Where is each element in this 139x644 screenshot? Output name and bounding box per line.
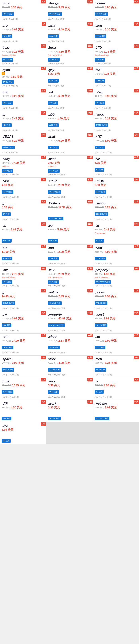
price-row: 7.50 美元1.49 美元 [48, 117, 91, 120]
register-button[interactable]: TV 注册 [94, 390, 104, 394]
domain-card: 53折.cyou新4.50 美元3.89 美元CYOU 注册2022 年 4 月… [0, 67, 46, 88]
price-row: 9.99 美元2.99 美元 [2, 228, 44, 232]
register-button[interactable]: COLLEGE 注册 [48, 216, 63, 220]
register-button[interactable]: PROPERTY 注册 [94, 280, 111, 284]
register-button[interactable]: WIKI 注册 [48, 146, 59, 149]
register-button[interactable]: DESIGN 注册 [48, 12, 62, 16]
domain-label: .eu [48, 224, 91, 228]
discount-badge: 20折 [41, 422, 46, 426]
price-new: 2.99 美元 [58, 184, 70, 187]
register-button[interactable]: PRESS 注册 [94, 301, 108, 305]
btn-row: JP 注册 [2, 439, 44, 443]
register-button[interactable]: QUEST 注册 [94, 324, 108, 327]
register-button[interactable]: ASIA 注册 [48, 34, 59, 38]
domain-grid: 69折.bond5.99 美元3.99 美元BOND 注册2022 年 4 月 … [0, 0, 139, 444]
domain-card: 20折.cloud17.99 美元2.99 美元CLOUD 注册2022 年 1… [46, 178, 92, 200]
register-button[interactable]: CLOUD 注册 [48, 190, 61, 194]
price-old: 7.99 美元 [94, 384, 103, 387]
price-new: 5.99 美元 [57, 228, 69, 232]
register-button[interactable]: STORE 注册 [48, 368, 61, 372]
domain-label: .homes [94, 2, 138, 5]
domain-label: .design [94, 202, 138, 205]
register-button[interactable]: ONLINE 注册 [48, 301, 62, 305]
register-button[interactable]: JP 注册 [2, 212, 10, 216]
price-row: 6.49 美元2.35 美元 [94, 72, 138, 76]
register-button[interactable]: EU 中折 [94, 239, 104, 242]
register-button[interactable]: FUN 注册 [48, 257, 58, 260]
register-button[interactable]: PROPERTY 注册 [48, 324, 65, 327]
register-button[interactable]: VEGAS 注册 [2, 146, 15, 149]
register-button[interactable]: GAY 注册 [48, 79, 58, 82]
register-button[interactable]: BUZZ 购买 [48, 58, 60, 62]
register-button[interactable]: BUZZ 注册 [2, 58, 13, 62]
price-row: 30.99 美元2.99 美元 [48, 272, 91, 276]
price-row: 3.35 美元 [48, 406, 91, 409]
domain-card: 27折.ink23.49 美元6.29 美元INK 注册2022 年 4 月 2… [46, 89, 92, 111]
register-button[interactable]: CASA 注册 [2, 190, 13, 194]
discount-badge: 10折 [134, 244, 139, 248]
register-button[interactable]: TECH 注册 [94, 368, 106, 372]
domain-label: .property [48, 313, 91, 316]
register-button[interactable]: WEBSITE 注册 [94, 417, 110, 420]
register-button[interactable]: UNO 注册 [48, 390, 59, 394]
register-button[interactable]: ONLINE 注册 [2, 301, 15, 305]
register-button[interactable]: CFD 注册 [94, 58, 105, 62]
expire-date: 2022 年 4 月 30 日到期 [2, 152, 44, 154]
domain-label: .ink [48, 90, 91, 94]
register-button[interactable]: ABB 注册 [48, 123, 58, 127]
register-button[interactable]: TUBE 注册 [2, 390, 13, 394]
price-new: 12.99 美元 [12, 384, 25, 387]
price-old: 15.99 美元 [2, 117, 11, 120]
register-button[interactable]: HEI 注册 [2, 123, 12, 127]
register-button[interactable]: SPACE 注册 [2, 368, 14, 372]
domain-card: 18折.design59.99 美元6.29 美元DESIGN 注册2022 年… [93, 200, 139, 222]
btn-row: FUN 注册 [2, 257, 44, 260]
register-button[interactable]: HOST 注册 [94, 257, 106, 260]
domain-label: .blog [94, 24, 138, 28]
register-button[interactable]: RENT 注册 [2, 346, 13, 350]
register-button[interactable]: PRO 注册 [2, 34, 12, 38]
register-button[interactable]: LAW 注册 [2, 280, 12, 284]
expire-date: 2022 年 11 月 30 日到期 [2, 174, 44, 176]
btn-row: PRO 注册 [2, 34, 44, 38]
register-button[interactable]: BABY 注册 [2, 169, 13, 173]
price-new: 2.79 美元 [12, 272, 24, 276]
register-button[interactable]: SHOP 注册 [48, 346, 60, 350]
register-button[interactable]: 欧盟注册 [48, 239, 58, 242]
price-new: 3.99 美元 [11, 6, 22, 9]
register-button[interactable]: LIVE 注册 [94, 101, 105, 105]
discount-badge: 20折 [134, 400, 139, 404]
register-button[interactable]: SITE 注册 [94, 346, 106, 350]
register-button[interactable]: FUN 注册 [2, 257, 12, 260]
register-button[interactable]: ART 注册 [94, 146, 105, 149]
register-button[interactable]: BEST 注册 [48, 169, 60, 173]
register-button[interactable]: CLUB 注册 [94, 190, 106, 194]
register-button[interactable]: VIP 注册 [2, 417, 11, 420]
register-button[interactable]: LINK 注册 [48, 280, 59, 284]
register-button[interactable]: BIZ 注册 [94, 168, 104, 172]
register-button[interactable]: INFO 注册 [2, 101, 13, 105]
price-row: 49.99 美元6.29 美元 [2, 139, 44, 142]
discount-badge: 20折 [87, 244, 92, 248]
price-row: 17.49 美元3.69 美元 [2, 28, 44, 31]
btn-row: TV 注册 [94, 390, 138, 394]
price-new: 11.99 美元 [2, 250, 15, 254]
price-new: 17.99 美元 [12, 339, 25, 343]
register-button[interactable]: WORK 注册 [48, 417, 60, 420]
register-button[interactable]: CYOU 注册 [2, 80, 14, 84]
register-button[interactable]: BOND 注册 [2, 12, 14, 16]
register-button[interactable]: HOMES 注册 [94, 12, 108, 16]
domain-card: 20折.fun16.99 美元2.99 美元FUN 注册2022 年 11 月 … [46, 244, 92, 266]
register-button[interactable]: JP 注册 [2, 439, 10, 443]
discount-badge: 50折 [41, 200, 46, 204]
price-row: 11.99 美元4.49 美元 [48, 28, 91, 31]
register-button[interactable]: INK 注册 [48, 101, 58, 105]
register-button[interactable]: PW 注册 [2, 324, 11, 327]
price-old: 32.00 美元 [94, 295, 104, 298]
register-button[interactable]: DESIGN 注册 [94, 212, 108, 216]
register-button[interactable]: TATTOO 注册 [94, 123, 108, 127]
discount-badge: 72折 [87, 134, 92, 137]
register-button[interactable]: FOO 注册 [94, 79, 105, 82]
register-button[interactable]: BLOG 注册 [94, 34, 106, 38]
register-button[interactable]: 欧盟注册 [2, 239, 12, 242]
